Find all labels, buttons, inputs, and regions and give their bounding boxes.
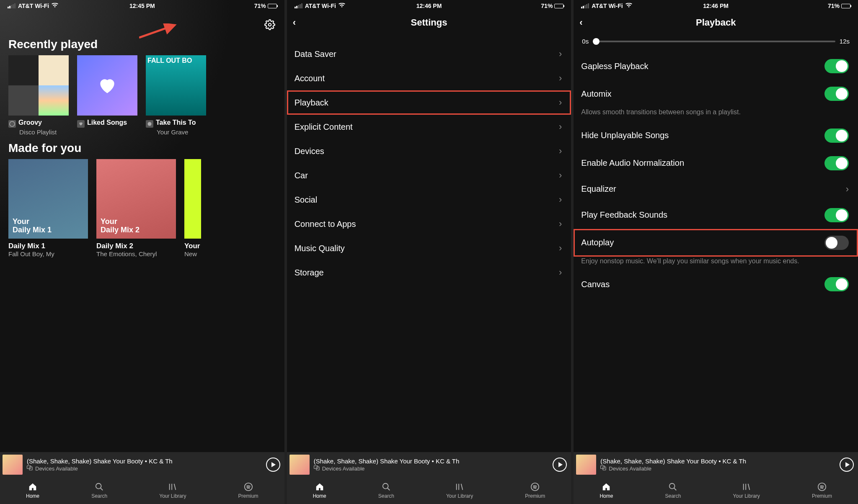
gear-icon[interactable] bbox=[264, 19, 275, 32]
nav-search[interactable]: Search bbox=[91, 482, 107, 499]
settings-row-playback[interactable]: Playback› bbox=[287, 90, 571, 115]
settings-row-social[interactable]: Social› bbox=[287, 188, 571, 212]
slider-thumb[interactable] bbox=[593, 38, 600, 45]
nav-search[interactable]: Search bbox=[378, 482, 394, 499]
settings-row-account[interactable]: Account› bbox=[287, 66, 571, 90]
settings-row-devices[interactable]: Devices› bbox=[287, 139, 571, 163]
playback-row-hide-unplayable[interactable]: Hide Unplayable Songs bbox=[574, 122, 858, 149]
tile-sub: The Emotions, Cheryl bbox=[96, 250, 176, 257]
nav-library[interactable]: Your Library bbox=[733, 482, 760, 499]
bottom-nav: Home Search Your Library Premium bbox=[287, 477, 571, 504]
playback-row-canvas[interactable]: Canvas bbox=[574, 270, 858, 298]
tile-sub: Your Grave bbox=[146, 129, 206, 136]
toggle-feedback[interactable] bbox=[824, 208, 849, 222]
svg-point-17 bbox=[383, 483, 388, 489]
nav-home[interactable]: Home bbox=[26, 482, 39, 499]
svg-line-26 bbox=[674, 488, 677, 491]
settings-list: Data Saver› Account› Playback› Explicit … bbox=[287, 33, 571, 504]
tile-title: Daily Mix 2 bbox=[96, 242, 176, 250]
chevron-right-icon: › bbox=[559, 243, 562, 254]
toggle-automix[interactable] bbox=[824, 87, 849, 101]
chevron-right-icon: › bbox=[559, 146, 562, 157]
nav-library[interactable]: Your Library bbox=[159, 482, 186, 499]
nav-search[interactable]: Search bbox=[665, 482, 681, 499]
tile-sub: Fall Out Boy, My bbox=[8, 250, 88, 257]
album-art-icon bbox=[3, 455, 23, 475]
status-bar: AT&T Wi-Fi 12:45 PM 71% bbox=[0, 0, 284, 12]
settings-row-music-quality[interactable]: Music Quality› bbox=[287, 236, 571, 260]
battery-pct: 71% bbox=[541, 3, 553, 9]
section-made-for-you: Made for you bbox=[0, 136, 284, 159]
devices-icon bbox=[314, 465, 320, 472]
playback-row-gapless[interactable]: Gapless Playback bbox=[574, 52, 858, 80]
nav-library[interactable]: Your Library bbox=[446, 482, 473, 499]
play-button[interactable] bbox=[266, 458, 280, 472]
back-button[interactable]: ‹ bbox=[293, 17, 296, 28]
svg-rect-15 bbox=[314, 466, 318, 469]
album-art-icon bbox=[576, 455, 596, 475]
svg-rect-7 bbox=[27, 466, 31, 469]
carrier-label: AT&T Wi-Fi bbox=[592, 3, 623, 9]
now-playing-bar[interactable]: (Shake, Shake, Shake) Shake Your Booty •… bbox=[574, 452, 858, 477]
wifi-icon bbox=[625, 3, 632, 9]
header-title: Settings bbox=[411, 17, 447, 28]
playback-row-autoplay[interactable]: Autoplay bbox=[574, 229, 858, 257]
chevron-right-icon: › bbox=[559, 49, 562, 59]
screen-home: AT&T Wi-Fi 12:45 PM 71% Recently played … bbox=[0, 0, 284, 504]
settings-row-car[interactable]: Car› bbox=[287, 163, 571, 188]
chevron-right-icon: › bbox=[559, 121, 562, 132]
status-bar: AT&T Wi-Fi 12:46 PM 71% bbox=[574, 0, 858, 12]
playback-row-normalization[interactable]: Enable Audio Normalization bbox=[574, 149, 858, 177]
toggle-hide-unplayable[interactable] bbox=[824, 129, 849, 143]
playback-row-equalizer[interactable]: Equalizer › bbox=[574, 177, 858, 201]
devices-label: Devices Available bbox=[35, 465, 78, 472]
signal-icon bbox=[8, 3, 16, 8]
slider-max: 12s bbox=[840, 38, 850, 45]
nav-premium[interactable]: Premium bbox=[812, 482, 832, 499]
tile-title: Daily Mix 1 bbox=[8, 242, 88, 250]
svg-line-18 bbox=[388, 488, 390, 491]
chevron-right-icon: › bbox=[559, 170, 562, 181]
toggle-normalization[interactable] bbox=[824, 156, 849, 170]
svg-rect-23 bbox=[601, 466, 605, 469]
daily-mix-tile[interactable]: Your New bbox=[184, 159, 201, 257]
play-button[interactable] bbox=[553, 458, 567, 472]
now-playing-bar[interactable]: (Shake, Shake, Shake) Shake Your Booty •… bbox=[0, 452, 284, 477]
battery-pct: 71% bbox=[254, 3, 266, 9]
toggle-autoplay[interactable] bbox=[824, 236, 849, 250]
nav-premium[interactable]: Premium bbox=[238, 482, 258, 499]
tile-title: Liked Songs bbox=[87, 119, 127, 126]
back-button[interactable]: ‹ bbox=[579, 17, 582, 28]
toggle-canvas[interactable] bbox=[824, 277, 849, 291]
daily-mix-tile[interactable]: Your Daily Mix 2 Daily Mix 2 The Emotion… bbox=[96, 159, 176, 257]
settings-row-data-saver[interactable]: Data Saver› bbox=[287, 42, 571, 66]
status-bar: AT&T Wi-Fi 12:46 PM 71% bbox=[287, 0, 571, 12]
screen-header: ‹ Settings bbox=[287, 12, 571, 33]
automix-desc: Allows smooth transitions between songs … bbox=[574, 108, 858, 122]
toggle-gapless[interactable] bbox=[824, 59, 849, 73]
playlist-tile[interactable]: Liked Songs bbox=[77, 55, 137, 136]
settings-row-explicit[interactable]: Explicit Content› bbox=[287, 115, 571, 139]
svg-point-0 bbox=[268, 23, 271, 26]
crossfade-slider[interactable]: 0s 12s bbox=[574, 33, 858, 52]
playback-row-automix[interactable]: Automix bbox=[574, 80, 858, 108]
autoplay-desc: Enjoy nonstop music. We'll play you simi… bbox=[574, 257, 858, 271]
nav-home[interactable]: Home bbox=[313, 482, 326, 499]
playback-row-feedback[interactable]: Play Feedback Sounds bbox=[574, 201, 858, 229]
settings-row-storage[interactable]: Storage› bbox=[287, 260, 571, 285]
play-button[interactable] bbox=[840, 458, 854, 472]
daily-mix-tile[interactable]: Your Daily Mix 1 Daily Mix 1 Fall Out Bo… bbox=[8, 159, 88, 257]
playlist-tile[interactable]: FALL OUT BO Take This To Your Grave bbox=[146, 55, 206, 136]
chevron-right-icon: › bbox=[559, 73, 562, 84]
now-playing-title: (Shake, Shake, Shake) Shake Your Booty •… bbox=[27, 458, 262, 465]
settings-row-connect[interactable]: Connect to Apps› bbox=[287, 212, 571, 236]
playlist-tile[interactable]: Groovy Disco Playlist bbox=[8, 55, 69, 136]
clock: 12:46 PM bbox=[416, 3, 442, 9]
screen-playback: AT&T Wi-Fi 12:46 PM 71% ‹ Playback 0s 12… bbox=[574, 0, 858, 504]
nav-home[interactable]: Home bbox=[600, 482, 613, 499]
now-playing-bar[interactable]: (Shake, Shake, Shake) Shake Your Booty •… bbox=[287, 452, 571, 477]
devices-label: Devices Available bbox=[609, 465, 651, 472]
header-title: Playback bbox=[696, 17, 736, 28]
chevron-right-icon: › bbox=[559, 267, 562, 278]
nav-premium[interactable]: Premium bbox=[525, 482, 545, 499]
